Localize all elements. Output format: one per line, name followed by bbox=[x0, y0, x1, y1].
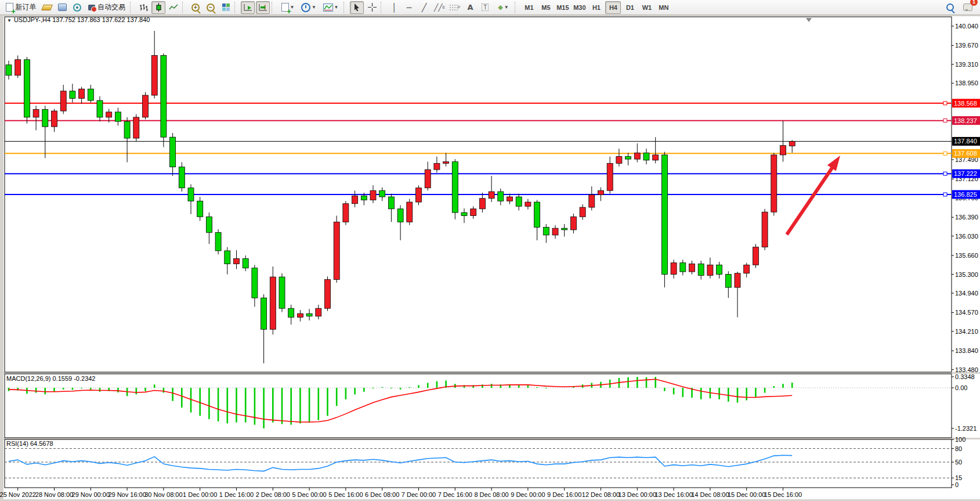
toolbar-separator bbox=[272, 2, 276, 13]
toolbar: + 新订单 自动交易 + − +▼ ▼ ▼ │ ─ bbox=[0, 0, 980, 15]
price-line-label: 138.568 bbox=[954, 100, 977, 107]
line-endpoint-marker[interactable] bbox=[943, 193, 947, 196]
candle bbox=[580, 207, 585, 217]
rsi-axis-label: 0 bbox=[955, 481, 959, 488]
timeframe-button-M15[interactable]: M15 bbox=[555, 1, 570, 14]
line-chart-button[interactable] bbox=[167, 1, 180, 14]
signals-button[interactable] bbox=[70, 1, 84, 14]
timeframe-button-H1[interactable]: H1 bbox=[588, 1, 604, 14]
candle bbox=[498, 192, 504, 201]
candle bbox=[124, 121, 130, 138]
line-endpoint-marker[interactable] bbox=[943, 102, 947, 105]
symbol-dropdown-icon[interactable]: ▼ bbox=[7, 18, 12, 23]
text-label-button[interactable]: T bbox=[478, 1, 492, 14]
candlestick-chart-button[interactable] bbox=[151, 1, 165, 14]
line-endpoint-marker[interactable] bbox=[943, 172, 947, 175]
candle bbox=[607, 163, 613, 190]
timeframe-button-D1[interactable]: D1 bbox=[622, 1, 638, 14]
trendline-icon: ╱ bbox=[422, 3, 426, 12]
timeframe-button-MN[interactable]: MN bbox=[656, 1, 671, 14]
timeframe-button-M5[interactable]: M5 bbox=[538, 1, 554, 14]
time-axis-label: 29 Nov 00:00 bbox=[72, 491, 110, 498]
candle bbox=[516, 197, 522, 206]
price-axis-label: 134.570 bbox=[955, 309, 978, 316]
rsi-axis-label: 80 bbox=[955, 445, 962, 452]
symbol-title[interactable]: ▼USDJPY-,H4 137.752 137.863 137.622 137.… bbox=[7, 16, 150, 23]
trendline-button[interactable]: ╱ bbox=[417, 1, 431, 14]
candle bbox=[489, 192, 494, 199]
crosshair-button[interactable] bbox=[365, 1, 379, 14]
horizontal-line-button[interactable]: ─ bbox=[402, 1, 416, 14]
candle bbox=[735, 273, 740, 287]
time-axis-label: 7 Dec 00:00 bbox=[402, 491, 436, 498]
new-order-button[interactable]: + 新订单 bbox=[3, 1, 39, 14]
chart-shift-button[interactable] bbox=[256, 1, 270, 14]
indicators-button[interactable]: ▼ bbox=[320, 1, 342, 14]
price-axis-label: 134.940 bbox=[955, 290, 978, 297]
price-line-label: 137.840 bbox=[954, 138, 977, 145]
timeframe-button-M1[interactable]: M1 bbox=[521, 1, 537, 14]
time-axis-label: 2 Dec 08:00 bbox=[256, 491, 290, 498]
zoom-out-button[interactable]: − bbox=[204, 1, 218, 14]
new-chart-icon: + bbox=[281, 3, 289, 12]
candle bbox=[543, 227, 549, 235]
search-button[interactable] bbox=[943, 1, 957, 14]
candle bbox=[698, 264, 704, 276]
text-button[interactable]: A bbox=[463, 1, 477, 14]
toolbar-separator bbox=[130, 2, 135, 13]
candle bbox=[479, 199, 485, 209]
line-endpoint-marker[interactable] bbox=[943, 152, 947, 155]
timeframe-button-M30[interactable]: M30 bbox=[572, 1, 587, 14]
candle bbox=[507, 197, 513, 201]
candle bbox=[443, 162, 449, 164]
chart-canvas[interactable]: 140.040139.670139.310138.950137.490137.1… bbox=[0, 15, 980, 501]
time-axis-label: 8 Dec 08:00 bbox=[474, 491, 508, 498]
rsi-axis-label: 100 bbox=[955, 436, 965, 443]
candle bbox=[297, 313, 303, 317]
notifications-button[interactable]: 1 bbox=[961, 1, 975, 14]
candle bbox=[653, 155, 659, 160]
auto-scroll-button[interactable] bbox=[241, 1, 255, 14]
time-axis-label: 15 Dec 00:00 bbox=[728, 491, 765, 498]
navigator-icon bbox=[58, 3, 67, 11]
time-axis-label: 1 Dec 16:00 bbox=[219, 491, 254, 498]
toolbar-separator bbox=[381, 2, 385, 13]
line-endpoint-marker[interactable] bbox=[943, 119, 947, 122]
time-axis-label: 5 Dec 16:00 bbox=[328, 491, 363, 498]
zoom-in-button[interactable]: + bbox=[189, 1, 202, 14]
price-axis-label: 136.390 bbox=[955, 214, 978, 221]
autotrading-icon bbox=[88, 5, 95, 10]
candle bbox=[634, 153, 640, 159]
candle bbox=[352, 196, 358, 204]
candle bbox=[15, 60, 21, 75]
new-chart-button[interactable]: +▼ bbox=[278, 1, 298, 14]
navigator-button[interactable] bbox=[55, 1, 69, 14]
toolbar-separator bbox=[182, 2, 187, 13]
time-axis-label: 14 Dec 08:00 bbox=[691, 491, 729, 498]
candle bbox=[753, 247, 758, 265]
shapes-button[interactable]: ◆▼ bbox=[493, 1, 513, 14]
signals-icon bbox=[73, 3, 81, 12]
timeframe-button-W1[interactable]: W1 bbox=[639, 1, 654, 14]
candle bbox=[570, 217, 576, 230]
candle bbox=[407, 202, 413, 222]
vertical-line-button[interactable]: │ bbox=[387, 1, 401, 14]
cursor-button[interactable] bbox=[350, 1, 364, 14]
candle bbox=[70, 91, 75, 99]
candle bbox=[562, 228, 567, 230]
market-watch-icon bbox=[41, 5, 53, 10]
auto-trading-button[interactable]: 自动交易 bbox=[85, 1, 128, 14]
fibonacci-button[interactable]: F bbox=[448, 1, 462, 14]
time-axis-label: 28 Nov 08:00 bbox=[35, 491, 73, 498]
tile-windows-button[interactable] bbox=[219, 1, 233, 14]
market-watch-button[interactable] bbox=[40, 1, 54, 14]
channel-button[interactable]: ╱╱E bbox=[432, 1, 447, 14]
price-axis-label: 135.660 bbox=[955, 252, 978, 259]
timeframe-button-H4[interactable]: H4 bbox=[605, 1, 621, 14]
period-button[interactable]: ▼ bbox=[299, 1, 319, 14]
time-axis-label: 7 Dec 16:00 bbox=[438, 491, 472, 498]
candle bbox=[416, 188, 422, 202]
bar-chart-button[interactable] bbox=[136, 1, 150, 14]
time-axis-label: 5 Dec 00:00 bbox=[292, 491, 326, 498]
candle bbox=[106, 112, 112, 117]
